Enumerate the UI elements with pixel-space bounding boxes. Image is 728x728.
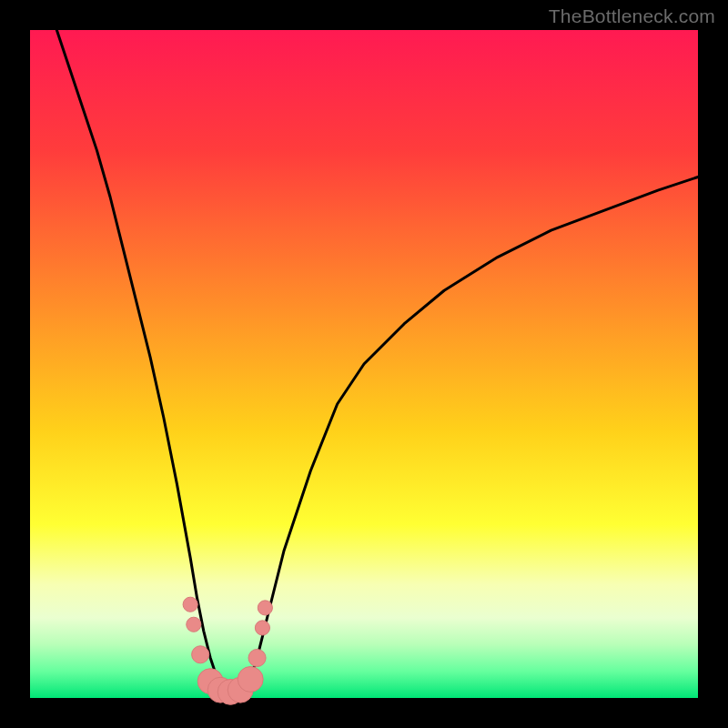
highlight-dot xyxy=(183,597,197,612)
bottleneck-curve xyxy=(56,30,698,692)
chart-svg xyxy=(30,30,698,698)
highlight-dot xyxy=(187,617,201,632)
highlight-dot xyxy=(248,649,266,666)
highlight-markers xyxy=(183,597,272,704)
highlight-dot xyxy=(192,646,209,663)
highlight-dot xyxy=(255,621,269,635)
highlight-dot xyxy=(258,601,272,615)
watermark-text: TheBottleneck.com xyxy=(549,5,715,27)
outer-frame: TheBottleneck.com xyxy=(0,0,728,728)
highlight-dot xyxy=(238,667,263,693)
